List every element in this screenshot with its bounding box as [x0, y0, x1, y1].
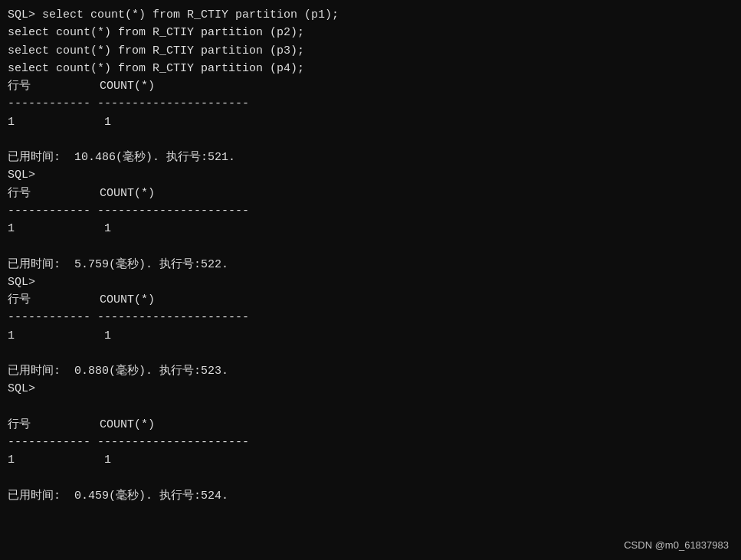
- terminal-line: 已用时间: 0.880(毫秒). 执行号:523.: [8, 362, 733, 380]
- terminal-line: 已用时间: 5.759(毫秒). 执行号:522.: [8, 256, 733, 273]
- terminal-line: 行号 COUNT(*): [8, 291, 733, 309]
- terminal-line: ------------ ----------------------: [8, 309, 733, 326]
- terminal-line: SQL>: [8, 166, 733, 184]
- watermark: CSDN @m0_61837983: [624, 539, 729, 551]
- terminal-line: [8, 237, 733, 255]
- terminal-line: [8, 470, 733, 487]
- terminal-line: select count(*) from R_CTIY partition (p…: [8, 60, 733, 77]
- terminal-line: ------------ ----------------------: [8, 434, 733, 451]
- terminal-line: 1 1: [8, 113, 733, 131]
- terminal-line: 1 1: [8, 327, 733, 345]
- terminal-line: 已用时间: 10.486(毫秒). 执行号:521.: [8, 149, 733, 166]
- terminal-line: 行号 COUNT(*): [8, 416, 733, 434]
- terminal-line: select count(*) from R_CTIY partition (p…: [8, 42, 733, 60]
- terminal-line: SQL>: [8, 380, 733, 398]
- terminal-line: select count(*) from R_CTIY partition (p…: [8, 24, 733, 41]
- terminal-line: 1 1: [8, 451, 733, 469]
- terminal-output: SQL> select count(*) from R_CTIY partiti…: [8, 6, 733, 505]
- terminal-window: SQL> select count(*) from R_CTIY partiti…: [0, 0, 741, 560]
- terminal-line: ------------ ----------------------: [8, 202, 733, 220]
- terminal-line: 行号 COUNT(*): [8, 77, 733, 95]
- terminal-line: 1 1: [8, 220, 733, 237]
- terminal-line: 已用时间: 0.459(毫秒). 执行号:524.: [8, 487, 733, 505]
- terminal-line: [8, 131, 733, 149]
- terminal-line: [8, 398, 733, 416]
- terminal-line: [8, 345, 733, 362]
- terminal-line: ------------ ----------------------: [8, 95, 733, 113]
- terminal-line: SQL> select count(*) from R_CTIY partiti…: [8, 6, 733, 24]
- terminal-line: SQL>: [8, 273, 733, 291]
- terminal-line: 行号 COUNT(*): [8, 185, 733, 202]
